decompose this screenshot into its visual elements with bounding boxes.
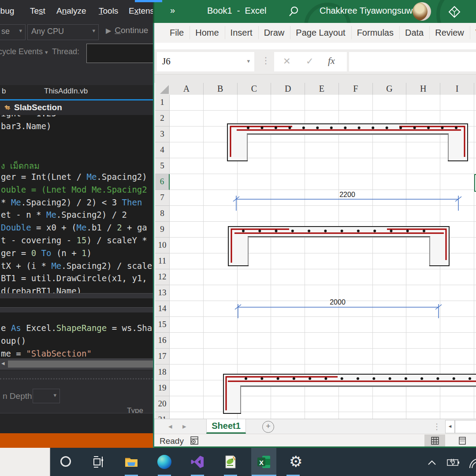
code-line[interactable]: et - n * Me.Spacing2) / 2 (1, 210, 127, 219)
excel-button[interactable]: X (257, 455, 271, 469)
menu-item[interactable]: Analyze (56, 6, 86, 16)
solution-config-dropdown[interactable]: se ▾ (0, 24, 26, 40)
premium-diamond-icon[interactable] (448, 5, 461, 19)
code-line[interactable]: ouble = (Lnet Mod Me.Spacing2 (1, 185, 147, 194)
page-layout-view-button[interactable] (452, 435, 472, 446)
hscroll-track[interactable] (455, 420, 476, 433)
menu-item[interactable]: Tools (99, 6, 118, 16)
excel-title-bar[interactable]: » Book1 - Excel Chakkree Tiyawongsuwan (154, 0, 476, 23)
new-sheet-button[interactable]: + (262, 421, 274, 433)
ribbon-tab-file[interactable]: File (164, 28, 190, 38)
panel-grip[interactable] (0, 378, 153, 379)
code-line[interactable]: e As Excel.ShapeRange = ws.Sha (1, 323, 152, 333)
cancel-icon[interactable]: ✕ (283, 56, 291, 67)
editor-tab-other[interactable]: b (2, 87, 6, 96)
visual-studio-button[interactable] (190, 455, 205, 469)
menu-item[interactable]: Extensi (129, 6, 153, 16)
normal-view-button[interactable] (424, 435, 445, 446)
sheet-prev-icon[interactable]: ◂ (168, 422, 172, 431)
code-line[interactable]: t - covering - 15) / scaleY * (1, 235, 147, 245)
avatar[interactable] (413, 2, 431, 21)
file-explorer-button[interactable] (124, 455, 138, 469)
slab-section-2[interactable] (228, 227, 449, 266)
code-line[interactable]: tX + (i * Me.Spacing2) / scale (1, 261, 152, 271)
column-header-G[interactable]: G (373, 83, 407, 95)
grid-view-icon (431, 437, 439, 445)
insert-function-icon[interactable]: fx (328, 55, 335, 67)
column-header-B[interactable]: B (204, 83, 238, 95)
task-view-button[interactable] (91, 455, 105, 469)
search-icon[interactable] (288, 6, 299, 17)
menu-item[interactable]: Test (30, 6, 45, 16)
ribbon-tab-draw[interactable]: Draw (258, 28, 290, 38)
formula-input[interactable] (349, 52, 476, 71)
editor-tab-thisaddin[interactable]: ThisAddIn.vb (44, 87, 88, 96)
macro-record-icon[interactable] (190, 436, 199, 446)
code-line[interactable]: ight = 1.25 (1, 115, 56, 118)
platform-dropdown[interactable]: Any CPU ▾ (27, 24, 99, 40)
platform-label: Any CPU (31, 27, 64, 36)
chevron-down-icon: ▾ (19, 27, 22, 34)
selected-cell-j6[interactable] (474, 174, 476, 192)
horizontal-scrollbar[interactable]: ◂ (0, 358, 153, 370)
lifecycle-events-dropdown[interactable]: cycle Events ▾ (0, 47, 48, 56)
column-header-I[interactable]: I (440, 83, 474, 95)
dots-separator-icon[interactable]: ⋮ (261, 55, 270, 66)
ribbon-expand-chevrons[interactable]: » (170, 5, 175, 15)
code-line[interactable]: ง เม็ดกลม (1, 159, 40, 172)
column-header-D[interactable]: D (271, 83, 305, 95)
chevron-down-icon[interactable]: ▾ (247, 58, 250, 64)
pane-splitter[interactable] (0, 307, 153, 312)
column-header-H[interactable]: H (406, 83, 440, 95)
column-header-C[interactable]: C (238, 83, 271, 95)
shape-drawings[interactable]: 2200 2000 (154, 95, 476, 419)
ribbon-tab-data[interactable]: Data (399, 28, 429, 38)
slab-section-1[interactable] (227, 124, 468, 161)
scroll-left-icon[interactable]: ◂ (1, 359, 5, 367)
code-line[interactable]: * Me.Spacing2) / 2) < 3 Then (1, 197, 142, 207)
edge-button[interactable] (157, 455, 171, 469)
notepadpp-button[interactable] (223, 455, 238, 469)
ribbon-tab-home[interactable]: Home (190, 28, 224, 38)
settings-button[interactable]: ⚙ (289, 451, 303, 465)
ribbon-tab-formulas[interactable]: Formulas (351, 28, 399, 38)
code-line[interactable]: ger = Int(Lnet / Me.Spacing2) (1, 172, 147, 182)
ribbon-tab-review[interactable]: Review (429, 28, 470, 38)
column-header-A[interactable]: A (170, 83, 204, 95)
menu-item[interactable]: ebug (0, 6, 14, 16)
code-line[interactable]: bar3.Name) (1, 121, 51, 131)
sheet-next-icon[interactable]: ▸ (182, 422, 186, 431)
code-breadcrumb[interactable]: SlabSection (0, 100, 153, 115)
code-line[interactable]: Double = x0 + (Me.b1 / 2 + ga (1, 223, 147, 232)
column-header-F[interactable]: F (339, 83, 373, 95)
tray-expand-chevron-icon[interactable] (427, 459, 437, 466)
dots-separator-icon[interactable]: ⋮ (433, 422, 441, 431)
wifi-icon[interactable] (468, 457, 476, 469)
slab-section-3[interactable] (223, 374, 476, 413)
sheet-tab-sheet1[interactable]: Sheet1 (206, 419, 246, 434)
user-name[interactable]: Chakkree Tiyawongsuwan (320, 6, 422, 16)
dimension-line-2000[interactable] (235, 304, 442, 318)
hscroll-left-button[interactable]: ◂ (445, 420, 455, 433)
name-box[interactable]: J6 ▾ (157, 52, 254, 71)
battery-icon[interactable] (447, 458, 460, 466)
ribbon-tab-insert[interactable]: Insert (225, 28, 258, 38)
page-layout-icon (458, 437, 466, 445)
select-all-corner[interactable] (155, 83, 170, 95)
pane-splitter[interactable] (0, 293, 153, 298)
ribbon-tab-page-layout[interactable]: Page Layout (290, 28, 351, 38)
code-line[interactable]: me = "SlabSection" (1, 349, 92, 358)
column-header-E[interactable]: E (305, 83, 339, 95)
depth-dropdown[interactable]: ▾ (33, 389, 60, 403)
ribbon-tab-view[interactable]: View (470, 28, 476, 38)
scrollbar-thumb[interactable] (8, 361, 153, 368)
check-icon[interactable]: ✓ (306, 56, 314, 67)
code-line[interactable]: oup() (1, 336, 26, 346)
code-editor[interactable]: ight = 1.25bar3.Name)ง เม็ดกลมger = Int(… (0, 115, 153, 433)
cortana-button[interactable] (59, 455, 73, 469)
code-line[interactable]: BT1 = util.DrawCircle(x1, y1, (1, 273, 147, 283)
code-line[interactable]: ger = 0 To (n + 1) (1, 248, 92, 258)
thread-input[interactable] (86, 44, 153, 63)
worksheet-area[interactable]: ABCDEFGHI 123456789101112131415161718192… (154, 83, 476, 419)
continue-button[interactable]: ▶Continue (106, 26, 148, 35)
